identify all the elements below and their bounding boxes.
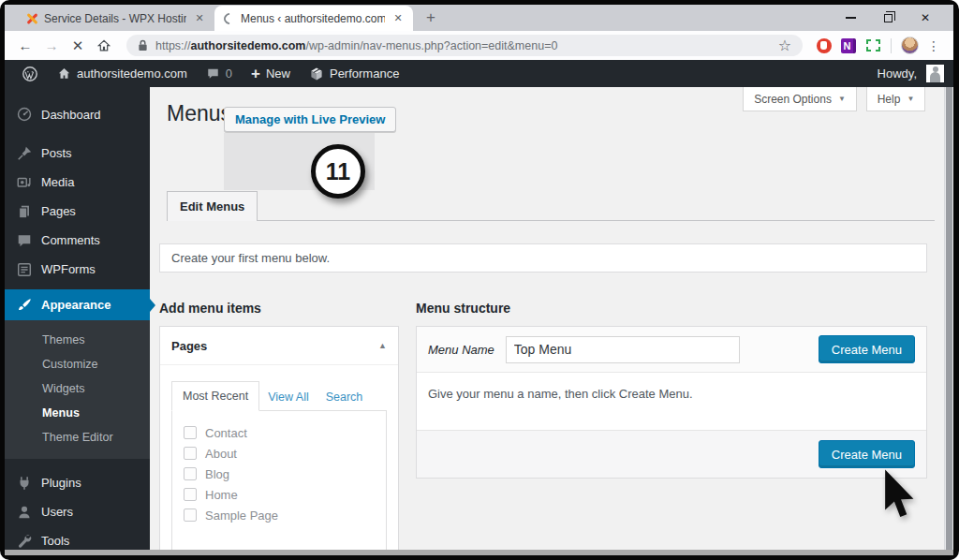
screen-options-button[interactable]: Screen Options ▼ xyxy=(743,87,857,111)
sidebar-label: Dashboard xyxy=(41,108,101,122)
profile-avatar[interactable] xyxy=(899,36,920,56)
submenu-item-theme-editor[interactable]: Theme Editor xyxy=(5,425,150,449)
comments-menu[interactable]: 0 xyxy=(199,60,240,87)
wpx-favicon-icon xyxy=(25,12,38,25)
step-annotation-badge: 11 xyxy=(311,144,365,199)
sidebar-label: Comments xyxy=(41,233,100,247)
submenu-item-themes[interactable]: Themes xyxy=(5,328,150,352)
submenu-item-menus[interactable]: Menus xyxy=(5,401,150,425)
url-bar[interactable]: https://authorsitedemo.com/wp-admin/nav-… xyxy=(126,35,803,56)
sidebar-item-wpforms[interactable]: WPForms xyxy=(5,255,150,284)
publishing-actions-row: Create Menu xyxy=(417,430,926,478)
new-label: New xyxy=(266,66,290,81)
user-avatar[interactable] xyxy=(926,65,944,82)
tab-most-recent[interactable]: Most Recent xyxy=(171,381,259,411)
pushpin-icon xyxy=(16,145,33,162)
checkbox[interactable] xyxy=(184,488,197,501)
checkbox[interactable] xyxy=(184,467,197,480)
page-item-label: Home xyxy=(205,488,238,502)
back-button[interactable]: ← xyxy=(14,35,37,57)
page-item-sample-page[interactable]: Sample Page xyxy=(184,505,386,525)
page-item-contact[interactable]: Contact xyxy=(184,422,386,443)
wp-logo-menu[interactable] xyxy=(14,60,46,87)
page-checklist: Contact About Blog Home Sample Page xyxy=(171,410,387,550)
menu-helper-text: Give your menu a name, then click Create… xyxy=(417,373,926,430)
plugins-icon xyxy=(16,475,33,492)
tab-search[interactable]: Search xyxy=(317,383,372,411)
page-item-blog[interactable]: Blog xyxy=(184,464,386,484)
page-item-label: Contact xyxy=(205,426,247,440)
forward-button[interactable]: → xyxy=(40,35,63,57)
create-menu-button-top[interactable]: Create Menu xyxy=(819,335,915,363)
pages-metabox-title: Pages xyxy=(171,339,207,353)
tab-wpx-hosting[interactable]: Service Details - WPX Hosting ✕ xyxy=(16,6,214,31)
menu-structure-heading: Menu structure xyxy=(416,301,510,316)
add-menu-items-heading: Add menu items xyxy=(159,301,261,316)
bookmark-star-icon[interactable]: ☆ xyxy=(778,37,791,54)
media-icon xyxy=(16,174,33,191)
page-item-home[interactable]: Home xyxy=(184,484,386,505)
page-item-label: Blog xyxy=(205,467,229,481)
onenote-extension-icon[interactable]: N xyxy=(838,36,859,56)
pages-tabs: Most Recent View All Search xyxy=(171,381,387,411)
browser-window: Service Details - WPX Hosting ✕ Menus ‹ … xyxy=(5,5,953,555)
page-item-about[interactable]: About xyxy=(184,443,386,464)
create-menu-button-bottom[interactable]: Create Menu xyxy=(819,440,915,468)
padlock-icon xyxy=(138,39,148,52)
collapse-arrow-icon[interactable]: ▲ xyxy=(378,341,387,350)
new-content-menu[interactable]: + New xyxy=(243,60,298,87)
performance-menu[interactable]: Performance xyxy=(302,60,406,87)
checkbox[interactable] xyxy=(184,447,197,460)
scrollbar-thumb[interactable] xyxy=(946,87,952,550)
new-tab-button[interactable]: + xyxy=(419,6,443,30)
screen-options-label: Screen Options xyxy=(754,93,832,106)
manage-live-preview-button[interactable]: Manage with Live Preview xyxy=(224,107,396,132)
tab-close-icon[interactable]: ✕ xyxy=(391,11,406,26)
sidebar-item-media[interactable]: Media xyxy=(5,168,150,197)
checkbox[interactable] xyxy=(184,426,197,439)
sidebar-item-comments[interactable]: Comments xyxy=(5,226,150,255)
pages-metabox-header[interactable]: Pages ▲ xyxy=(160,327,398,365)
pages-metabox: Pages ▲ Most Recent View All Search Cont… xyxy=(159,326,399,550)
sidebar-item-plugins[interactable]: Plugins xyxy=(5,468,150,497)
sidebar-item-appearance[interactable]: Appearance xyxy=(5,289,150,320)
browser-menu-icon[interactable]: ⋮ xyxy=(923,36,944,56)
appearance-brush-icon xyxy=(16,297,33,314)
comments-count: 0 xyxy=(226,66,232,81)
minimize-button[interactable] xyxy=(832,7,869,28)
home-icon xyxy=(57,66,71,81)
sidebar-item-tools[interactable]: Tools xyxy=(5,526,150,555)
checkbox[interactable] xyxy=(184,508,197,522)
wordpress-logo-icon xyxy=(22,66,38,82)
close-window-button[interactable]: ✕ xyxy=(907,7,944,28)
tab-menus-active[interactable]: Menus ‹ authorsitedemo.com — ✕ xyxy=(214,6,413,31)
help-button[interactable]: Help ▼ xyxy=(866,87,925,111)
submenu-item-widgets[interactable]: Widgets xyxy=(5,376,150,401)
pages-icon xyxy=(16,203,33,220)
tab-title: Menus ‹ authorsitedemo.com — xyxy=(241,12,385,25)
sidebar-label: Tools xyxy=(41,534,69,548)
page-scrollbar[interactable] xyxy=(944,87,953,550)
performance-cube-icon xyxy=(309,66,324,81)
tab-edit-menus[interactable]: Edit Menus xyxy=(167,191,258,221)
howdy-label[interactable]: Howdy, xyxy=(878,66,917,81)
tab-close-icon[interactable]: ✕ xyxy=(192,11,207,26)
screenshot-extension-icon[interactable] xyxy=(863,36,883,56)
restore-button[interactable] xyxy=(869,7,907,28)
site-name-menu[interactable]: authorsitedemo.com xyxy=(50,60,195,87)
submenu-item-customize[interactable]: Customize xyxy=(5,352,150,376)
tab-view-all[interactable]: View All xyxy=(259,383,317,411)
nav-tab-wrapper: Edit Menus xyxy=(167,190,935,221)
sidebar-item-posts[interactable]: Posts xyxy=(5,139,150,168)
sidebar-item-dashboard[interactable]: Dashboard xyxy=(5,99,150,129)
url-domain: authorsitedemo.com xyxy=(191,39,306,52)
menu-name-input[interactable] xyxy=(506,336,740,363)
sidebar-item-pages[interactable]: Pages xyxy=(5,197,150,226)
sidebar-item-users[interactable]: Users xyxy=(5,497,150,526)
stop-button[interactable]: ✕ xyxy=(66,35,89,57)
adblock-extension-icon[interactable] xyxy=(814,36,834,56)
sidebar-label: Media xyxy=(41,175,74,189)
home-button[interactable] xyxy=(93,35,115,57)
wp-admin-sidebar: Dashboard Posts Media Pages Comments W xyxy=(5,87,150,550)
minimize-icon xyxy=(846,17,856,19)
